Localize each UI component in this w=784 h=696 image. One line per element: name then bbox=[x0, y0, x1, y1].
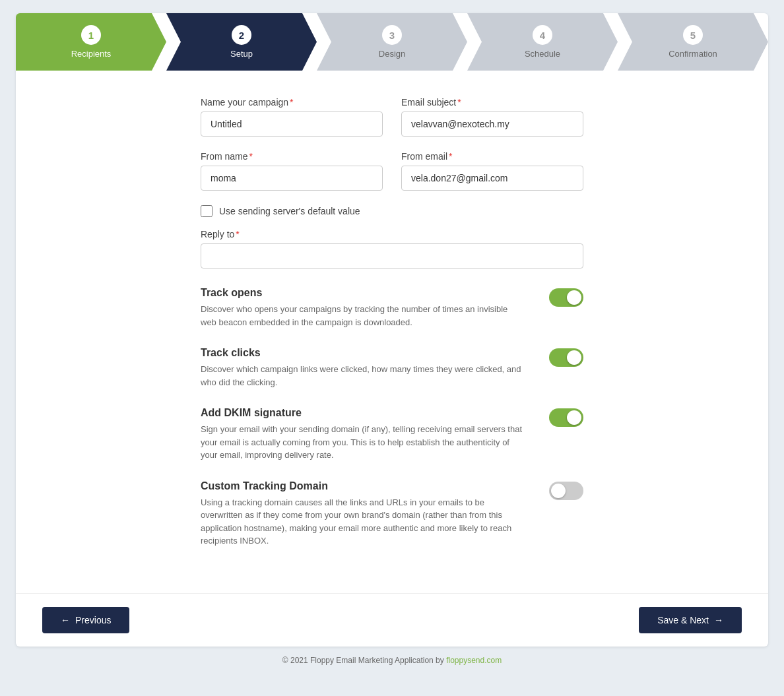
step-number-3: 3 bbox=[382, 25, 402, 45]
from-name-group: From name* bbox=[201, 151, 383, 191]
campaign-name-label: Name your campaign* bbox=[201, 97, 383, 108]
step-label-1: Recipients bbox=[71, 49, 112, 59]
step-label-3: Design bbox=[379, 49, 405, 59]
campaign-name-group: Name your campaign* bbox=[201, 97, 383, 137]
custom-domain-title: Custom Tracking Domain bbox=[201, 480, 523, 492]
form-content: Name your campaign* Email subject* From … bbox=[16, 71, 768, 593]
arrow-right-icon: → bbox=[714, 615, 723, 625]
row-campaign-subject: Name your campaign* Email subject* bbox=[201, 97, 583, 137]
save-next-button[interactable]: Save & Next → bbox=[639, 607, 742, 633]
step-setup[interactable]: 2 Setup bbox=[166, 13, 317, 71]
dkim-desc: Sign your email with your sending domain… bbox=[201, 423, 523, 462]
track-clicks-desc: Discover which campaign links were click… bbox=[201, 363, 523, 389]
step-number-4: 4 bbox=[533, 25, 552, 45]
reply-to-label: Reply to* bbox=[201, 229, 583, 239]
dkim-section: Add DKIM signature Sign your email with … bbox=[201, 407, 583, 462]
from-email-group: From email* bbox=[401, 151, 583, 191]
step-confirmation[interactable]: 5 Confirmation bbox=[618, 13, 768, 71]
track-opens-title: Track opens bbox=[201, 287, 523, 299]
email-subject-group: Email subject* bbox=[401, 97, 583, 137]
step-number-5: 5 bbox=[683, 25, 703, 45]
custom-domain-desc: Using a tracking domain causes all the l… bbox=[201, 496, 523, 548]
from-email-label: From email* bbox=[401, 151, 583, 162]
custom-domain-section: Custom Tracking Domain Using a tracking … bbox=[201, 480, 583, 548]
step-label-2: Setup bbox=[230, 49, 253, 59]
step-recipients[interactable]: 1 Recipients bbox=[16, 13, 166, 71]
from-email-input[interactable] bbox=[401, 166, 583, 191]
stepper: 1 Recipients 2 Setup 3 Design 4 Schedule… bbox=[16, 13, 768, 71]
step-design[interactable]: 3 Design bbox=[317, 13, 467, 71]
from-name-input[interactable] bbox=[201, 166, 383, 191]
use-default-row: Use sending server's default value bbox=[201, 205, 583, 217]
reply-to-input[interactable] bbox=[201, 243, 583, 269]
track-opens-desc: Discover who opens your campaigns by tra… bbox=[201, 303, 523, 329]
footer-nav: ← Previous Save & Next → bbox=[16, 593, 768, 647]
track-opens-toggle[interactable] bbox=[549, 288, 583, 307]
main-container: 1 Recipients 2 Setup 3 Design 4 Schedule… bbox=[16, 13, 768, 647]
track-clicks-toggle[interactable] bbox=[549, 348, 583, 367]
row-from: From name* From email* bbox=[201, 151, 583, 191]
reply-to-group: Reply to* bbox=[201, 229, 583, 269]
previous-button[interactable]: ← Previous bbox=[42, 607, 129, 633]
dkim-title: Add DKIM signature bbox=[201, 407, 523, 419]
step-label-4: Schedule bbox=[525, 49, 560, 59]
step-schedule[interactable]: 4 Schedule bbox=[467, 13, 618, 71]
custom-domain-toggle[interactable] bbox=[549, 482, 583, 500]
track-clicks-title: Track clicks bbox=[201, 347, 523, 359]
dkim-toggle[interactable] bbox=[549, 408, 583, 427]
use-default-label: Use sending server's default value bbox=[219, 206, 360, 216]
email-subject-label: Email subject* bbox=[401, 97, 583, 108]
arrow-left-icon: ← bbox=[61, 615, 70, 625]
campaign-name-input[interactable] bbox=[201, 111, 383, 137]
page-footer: © 2021 Floppy Email Marketing Applicatio… bbox=[282, 656, 502, 665]
email-subject-input[interactable] bbox=[401, 111, 583, 137]
track-opens-section: Track opens Discover who opens your camp… bbox=[201, 287, 583, 329]
track-clicks-section: Track clicks Discover which campaign lin… bbox=[201, 347, 583, 389]
step-number-2: 2 bbox=[232, 25, 251, 45]
step-number-1: 1 bbox=[81, 25, 101, 45]
footer-link[interactable]: floppysend.com bbox=[446, 656, 502, 665]
from-name-label: From name* bbox=[201, 151, 383, 162]
use-default-checkbox[interactable] bbox=[201, 205, 212, 217]
step-label-5: Confirmation bbox=[669, 49, 717, 59]
